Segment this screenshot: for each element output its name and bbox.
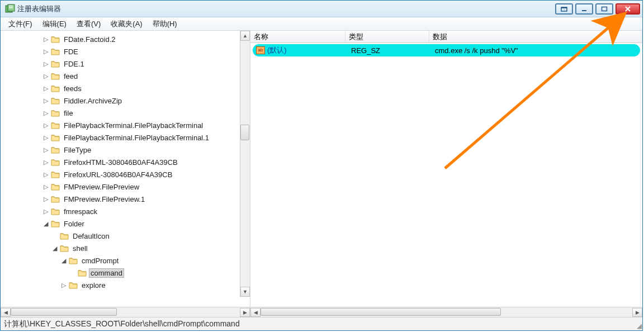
svg-rect-2 [9,6,13,7]
status-path: 计算机\HKEY_CLASSES_ROOT\Folder\shell\cmdPr… [4,319,240,329]
value-name: (默认) [267,45,287,55]
scroll-left-button[interactable]: ◀ [250,308,261,317]
tree-label: FDate.Factoid.2 [62,35,117,44]
value-type: REG_SZ [348,46,432,55]
tree-node[interactable]: ▷fmrespack [1,205,240,217]
menubar: 文件(F) 编辑(E) 查看(V) 收藏夹(A) 帮助(H) [1,17,642,31]
values-list[interactable]: ab(默认)REG_SZcmd.exe /s /k pushd "%V" [250,43,642,58]
expand-toggle[interactable]: ▷ [43,171,49,178]
menu-favorites[interactable]: 收藏夹(A) [106,18,146,30]
tree-node[interactable]: ▷FileType [1,144,240,156]
tree-label: FMPreview.FilePreview.1 [62,195,146,204]
scroll-thumb[interactable] [261,308,501,316]
svg-rect-5 [561,7,567,8]
expand-toggle[interactable]: ▷ [43,183,49,191]
tree-label: FileType [62,145,93,155]
tree-label: file [62,108,75,118]
app-icon [5,4,15,14]
expand-toggle[interactable]: ▷ [43,48,49,55]
tree-node[interactable]: ▷FDate.Factoid.2 [1,33,240,45]
svg-rect-6 [582,10,586,11]
tree-node[interactable]: ▷FilePlaybackTerminal.FilePlaybackTermin… [1,131,240,144]
tree-label: DefaultIcon [71,231,111,241]
expand-toggle[interactable]: ◢ [43,220,49,227]
tree-label: cmdPrompt [80,256,120,265]
expand-toggle[interactable]: ▷ [43,159,49,166]
menu-file[interactable]: 文件(F) [4,18,37,30]
tree-label: Folder [62,219,86,229]
tree-node[interactable]: ▷FirefoxURL-308046B0AF4A39CB [1,168,240,181]
expand-toggle[interactable]: ▷ [43,85,49,92]
tree-node[interactable]: ◢cmdPrompt [1,254,240,267]
expand-toggle[interactable]: ▷ [43,97,49,105]
tree-vscrollbar[interactable]: ▲ ▼ [240,31,250,297]
expand-toggle[interactable]: ◢ [52,245,58,252]
svg-rect-3 [9,7,13,8]
minimize-button[interactable] [575,3,593,15]
tree-label: FDE [62,47,80,56]
value-row[interactable]: ab(默认)REG_SZcmd.exe /s /k pushd "%V" [253,44,640,56]
expand-toggle[interactable]: ▷ [43,60,49,68]
tree-node[interactable]: DefaultIcon [1,230,240,242]
tree-node[interactable]: ▷file [1,107,240,119]
scroll-right-button[interactable]: ▶ [240,308,250,317]
tree-label: FilePlaybackTerminal.FilePlaybackTermina… [62,121,205,130]
close-button[interactable] [615,3,640,15]
expand-toggle[interactable]: ▷ [61,282,67,289]
scroll-thumb[interactable] [240,125,249,140]
maximize-button[interactable] [595,3,613,15]
minimize-to-tray-button[interactable] [555,3,573,15]
tree-node[interactable]: ◢Folder [1,217,240,230]
scroll-left-button[interactable]: ◀ [1,308,11,317]
tree-node[interactable]: ▷FirefoxHTML-308046B0AF4A39CB [1,156,240,168]
expand-toggle[interactable]: ◢ [61,257,67,264]
tree-label: FirefoxURL-308046B0AF4A39CB [62,170,174,179]
menu-help[interactable]: 帮助(H) [148,18,182,30]
expand-toggle[interactable]: ▷ [43,208,49,215]
tree-label: Fiddler.ArchiveZip [62,96,124,106]
tree-node[interactable]: ▷FMPreview.FilePreview [1,181,240,193]
expand-toggle[interactable]: ▷ [43,122,49,129]
scroll-up-button[interactable]: ▲ [240,31,250,41]
titlebar[interactable]: 注册表编辑器 [1,1,642,17]
expand-toggle[interactable]: ▷ [43,196,49,203]
expand-toggle[interactable]: ▷ [43,146,49,154]
registry-tree[interactable]: ▷FDate.Factoid.2▷FDE▷FDE.1▷feed▷feeds▷Fi… [1,31,240,293]
svg-rect-7 [602,7,607,11]
scroll-right-button[interactable]: ▶ [632,308,642,317]
values-panel: 名称 类型 数据 ab(默认)REG_SZcmd.exe /s /k pushd… [250,31,642,317]
col-type[interactable]: 类型 [345,31,429,42]
tree-label: command [89,268,124,278]
tree-node[interactable]: ▷FilePlaybackTerminal.FilePlaybackTermin… [1,119,240,131]
list-header[interactable]: 名称 类型 数据 [250,31,642,43]
col-data[interactable]: 数据 [429,31,642,42]
expand-toggle[interactable]: ▷ [43,36,49,43]
tree-node[interactable]: ▷explore [1,279,240,291]
tree-label: FirefoxHTML-308046B0AF4A39CB [62,158,179,167]
tree-node[interactable]: ▷Fiddler.ArchiveZip [1,94,240,107]
list-hscrollbar[interactable]: ◀ ▶ [250,307,642,317]
tree-hscrollbar[interactable]: ◀ ▶ [1,307,250,317]
expand-toggle[interactable]: ▷ [43,73,49,80]
tree-label: fmrespack [62,207,99,216]
tree-node[interactable]: ▷feed [1,70,240,82]
expand-toggle[interactable]: ▷ [43,110,49,117]
resize-grip[interactable]: ◢ [637,322,642,330]
string-value-icon: ab [256,46,265,54]
scroll-thumb[interactable] [11,308,117,316]
expand-toggle[interactable]: ▷ [43,134,49,141]
window-title: 注册表编辑器 [17,4,555,14]
col-name[interactable]: 名称 [250,31,345,42]
menu-view[interactable]: 查看(V) [72,18,105,30]
menu-edit[interactable]: 编辑(E) [38,18,71,30]
tree-node[interactable]: ▷FMPreview.FilePreview.1 [1,193,240,205]
tree-node[interactable]: ◢shell [1,242,240,254]
tree-label: FMPreview.FilePreview [62,182,141,192]
tree-node[interactable]: command [1,267,240,279]
tree-node[interactable]: ▷FDE [1,45,240,58]
tree-node[interactable]: ▷feeds [1,82,240,94]
tree-label: FDE.1 [62,59,86,69]
status-bar: 计算机\HKEY_CLASSES_ROOT\Folder\shell\cmdPr… [1,317,642,330]
scroll-down-button[interactable]: ▼ [240,287,250,297]
tree-node[interactable]: ▷FDE.1 [1,58,240,70]
